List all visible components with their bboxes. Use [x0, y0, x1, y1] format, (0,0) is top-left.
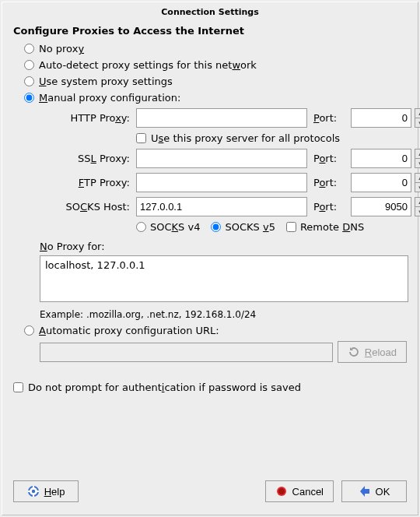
svg-rect-6: [37, 491, 39, 492]
radio-system-proxy[interactable]: Use system proxy settings: [24, 76, 407, 87]
ftp-proxy-input[interactable]: [136, 173, 307, 192]
use-all-protocols-checkbox[interactable]: [136, 133, 146, 143]
ftp-port-spinner[interactable]: ▴▾: [415, 173, 420, 192]
ftp-port-label: Port:: [310, 177, 348, 188]
help-button[interactable]: Help: [13, 480, 79, 502]
ssl-port-label: Port:: [310, 153, 348, 164]
ftp-proxy-label: FTP Proxy:: [24, 177, 133, 188]
ssl-proxy-input[interactable]: [136, 149, 307, 168]
radio-socks-v4-input[interactable]: [136, 222, 146, 232]
cancel-button[interactable]: Cancel: [265, 480, 334, 502]
reload-button: Reload: [338, 341, 407, 363]
radio-manual-proxy-input[interactable]: [24, 93, 34, 103]
http-port-label: Port:: [310, 112, 348, 124]
radio-socks-v5[interactable]: SOCKS v5: [211, 221, 275, 233]
ok-icon: [359, 485, 371, 498]
svg-rect-3: [33, 486, 34, 488]
radio-no-proxy[interactable]: No proxy: [24, 43, 407, 55]
reload-icon: [348, 346, 360, 358]
http-port-input[interactable]: [351, 108, 411, 128]
radio-auto-detect-input[interactable]: [24, 60, 34, 70]
socks-port-input[interactable]: [351, 197, 411, 216]
no-proxy-label: No Proxy for:: [40, 241, 407, 252]
radio-no-proxy-input[interactable]: [24, 44, 34, 54]
no-proxy-example: Example: .mozilla.org, .net.nz, 192.168.…: [40, 309, 407, 320]
remote-dns-checkbox-row[interactable]: Remote DNS: [286, 221, 364, 233]
socks-port-label: Port:: [310, 201, 348, 213]
pac-url-input: [40, 343, 333, 362]
auth-noprompt-row[interactable]: Do not prompt for authentication if pass…: [13, 382, 407, 393]
radio-auto-detect[interactable]: Auto-detect proxy settings for this netw…: [24, 59, 407, 71]
http-proxy-label: HTTP Proxy:: [24, 112, 133, 124]
no-proxy-textarea[interactable]: [40, 255, 408, 302]
http-port-spinner[interactable]: ▴▾: [415, 108, 420, 128]
socks-host-label: SOCKS Host:: [24, 201, 133, 213]
cancel-icon: [275, 485, 288, 498]
radio-pac-url-input[interactable]: [24, 325, 34, 336]
help-icon: [27, 485, 40, 498]
use-all-protocols-label: Use this proxy server for all protocols: [151, 132, 340, 144]
radio-manual-proxy[interactable]: Manual proxy configuration:: [24, 92, 407, 104]
remote-dns-checkbox[interactable]: [286, 222, 296, 232]
http-proxy-input[interactable]: [136, 108, 307, 128]
ssl-proxy-label: SSL Proxy:: [24, 153, 133, 164]
radio-system-proxy-input[interactable]: [24, 76, 34, 86]
ssl-port-spinner[interactable]: ▴▾: [415, 149, 420, 168]
section-heading: Configure Proxies to Access the Internet: [13, 25, 407, 37]
socks-port-spinner[interactable]: ▴▾: [415, 197, 420, 216]
radio-socks-v5-input[interactable]: [211, 222, 221, 232]
socks-host-input[interactable]: [136, 197, 307, 216]
svg-rect-5: [28, 491, 30, 492]
radio-pac-url[interactable]: Automatic proxy configuration URL:: [24, 325, 407, 336]
dialog-title: Connection Settings: [2, 2, 418, 25]
auth-noprompt-checkbox[interactable]: [13, 382, 23, 392]
proxy-grid: HTTP Proxy: Port: ▴▾ Use this proxy serv…: [24, 108, 407, 233]
ok-button[interactable]: OK: [341, 480, 407, 502]
svg-rect-4: [33, 494, 34, 497]
radio-socks-v4[interactable]: SOCKS v4: [136, 221, 200, 233]
svg-point-8: [278, 488, 285, 495]
ssl-port-input[interactable]: [351, 149, 411, 168]
svg-point-2: [31, 490, 34, 493]
ftp-port-input[interactable]: [351, 173, 411, 192]
